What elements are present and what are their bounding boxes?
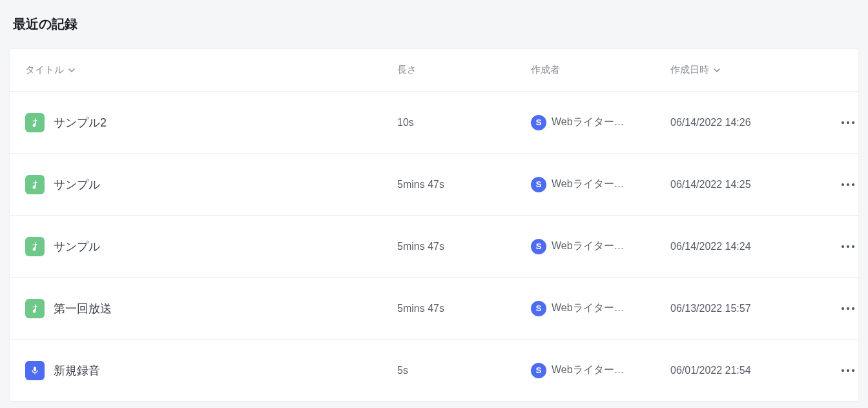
title-cell: サンプル	[25, 237, 397, 256]
row-title: サンプル	[54, 239, 100, 254]
more-icon	[842, 121, 854, 124]
avatar: S	[531, 301, 546, 316]
avatar: S	[531, 363, 546, 378]
more-icon	[842, 369, 854, 372]
music-file-icon	[25, 175, 45, 194]
author-cell: S Webライター…	[531, 239, 670, 254]
more-icon	[842, 307, 854, 310]
recordings-table: タイトル 長さ 作成者 作成日時 サンプル2 1	[9, 48, 859, 402]
col-title[interactable]: タイトル	[25, 64, 397, 76]
col-title-label: タイトル	[25, 64, 64, 76]
more-button[interactable]	[838, 236, 858, 257]
avatar: S	[531, 177, 546, 192]
row-author: Webライター…	[552, 178, 625, 191]
title-cell: 新規録音	[25, 361, 397, 380]
row-created: 06/14/2022 14:26	[670, 117, 821, 128]
microphone-icon	[25, 361, 45, 380]
avatar: S	[531, 115, 546, 130]
table-row[interactable]: 新規録音 5s S Webライター… 06/01/2022 21:54	[10, 340, 858, 402]
actions-cell	[821, 298, 859, 319]
avatar: S	[531, 239, 546, 254]
title-cell: サンプル	[25, 175, 397, 194]
svg-rect-5	[35, 182, 37, 183]
row-created: 06/14/2022 14:24	[670, 241, 821, 252]
table-row[interactable]: サンプル 5mins 47s S Webライター… 06/14/2022 14:…	[10, 216, 858, 278]
more-icon	[842, 245, 854, 248]
more-button[interactable]	[838, 298, 858, 319]
svg-rect-12	[34, 373, 35, 374]
row-created: 06/14/2022 14:25	[670, 179, 821, 190]
author-cell: S Webライター…	[531, 301, 670, 316]
actions-cell	[821, 236, 859, 257]
music-file-icon	[25, 237, 45, 256]
row-created: 06/13/2022 15:57	[670, 303, 821, 314]
page-title: 最近の記録	[13, 15, 859, 33]
table-row[interactable]: サンプル 5mins 47s S Webライター… 06/14/2022 14:…	[10, 154, 858, 216]
row-length: 5mins 47s	[397, 303, 531, 314]
row-length: 5mins 47s	[397, 241, 531, 252]
author-cell: S Webライター…	[531, 363, 670, 378]
actions-cell	[821, 360, 859, 381]
svg-rect-2	[35, 120, 37, 121]
table-header: タイトル 長さ 作成者 作成日時	[10, 49, 858, 92]
row-author: Webライター…	[552, 240, 625, 253]
row-created: 06/01/2022 21:54	[670, 365, 821, 376]
more-button[interactable]	[838, 174, 858, 195]
chevron-down-icon	[713, 66, 721, 74]
title-cell: サンプル2	[25, 113, 397, 132]
more-icon	[842, 183, 854, 186]
row-title: サンプル	[54, 177, 100, 192]
row-title: 第一回放送	[54, 301, 112, 316]
col-created-label: 作成日時	[670, 64, 709, 76]
more-button[interactable]	[838, 360, 858, 381]
row-title: 新規録音	[54, 363, 100, 378]
author-cell: S Webライター…	[531, 115, 670, 130]
row-author: Webライター…	[552, 116, 625, 129]
title-cell: 第一回放送	[25, 299, 397, 318]
row-length: 10s	[397, 117, 531, 128]
col-author: 作成者	[531, 64, 670, 76]
actions-cell	[821, 174, 859, 195]
row-length: 5s	[397, 365, 531, 376]
row-author: Webライター…	[552, 301, 625, 315]
col-author-label: 作成者	[531, 64, 560, 76]
music-file-icon	[25, 299, 45, 318]
chevron-down-icon	[68, 66, 76, 74]
row-author: Webライター…	[552, 363, 625, 377]
row-length: 5mins 47s	[397, 179, 531, 190]
row-title: サンプル2	[54, 115, 107, 130]
svg-rect-8	[35, 244, 37, 245]
col-created[interactable]: 作成日時	[670, 64, 821, 76]
svg-rect-11	[35, 306, 37, 307]
table-row[interactable]: 第一回放送 5mins 47s S Webライター… 06/13/2022 15…	[10, 278, 858, 340]
table-row[interactable]: サンプル2 10s S Webライター… 06/14/2022 14:26	[10, 92, 858, 154]
music-file-icon	[25, 113, 45, 132]
author-cell: S Webライター…	[531, 177, 670, 192]
actions-cell	[821, 112, 859, 133]
col-length-label: 長さ	[397, 64, 417, 76]
more-button[interactable]	[838, 112, 858, 133]
col-length: 長さ	[397, 64, 531, 76]
